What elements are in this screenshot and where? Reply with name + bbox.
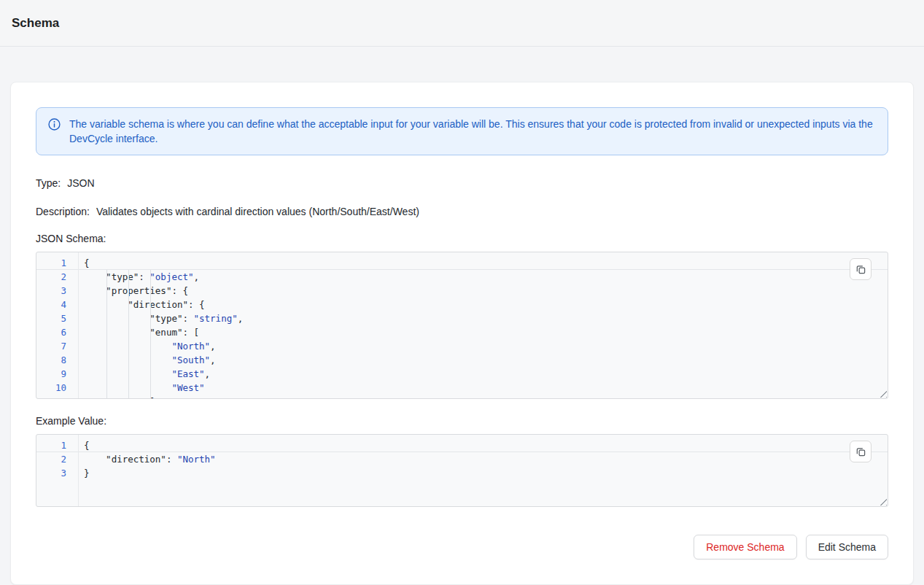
line-number: 7 xyxy=(36,339,78,353)
line-number: 10 xyxy=(36,381,78,395)
copy-button[interactable] xyxy=(850,441,871,462)
code-line: 9 "East", xyxy=(36,367,888,381)
code-line: 2 "type": "object", xyxy=(36,270,888,284)
line-number: 3 xyxy=(36,466,78,480)
copy-icon xyxy=(855,264,866,275)
line-number: 8 xyxy=(36,353,78,367)
line-number: 1 xyxy=(36,256,78,269)
copy-button[interactable] xyxy=(850,258,871,280)
line-number: 11 xyxy=(36,395,78,399)
info-circle-icon xyxy=(48,118,61,131)
line-number: 3 xyxy=(36,284,78,298)
description-value: Validates objects with cardinal directio… xyxy=(96,206,419,217)
code-line: 1{ xyxy=(36,256,888,270)
code-line: 5 "type": "string", xyxy=(36,311,888,325)
code-line: 4 "direction": { xyxy=(36,298,888,311)
line-number: 5 xyxy=(36,311,78,325)
copy-icon xyxy=(855,446,866,457)
page-header: Schema xyxy=(0,0,924,47)
code-line: 7 "North", xyxy=(36,339,888,353)
schema-card: The variable schema is where you can def… xyxy=(10,82,914,585)
action-buttons: Remove Schema Edit Schema xyxy=(36,535,888,559)
line-number: 9 xyxy=(36,367,78,381)
line-number: 6 xyxy=(36,325,78,339)
description-field: Description:Validates objects with cardi… xyxy=(36,204,888,219)
resize-handle[interactable] xyxy=(877,496,887,505)
code-lines: 1{2 "type": "object",3 "properties": {4 … xyxy=(36,252,888,399)
description-label: Description: xyxy=(36,206,90,217)
json-schema-editor[interactable]: 1{2 "type": "object",3 "properties": {4 … xyxy=(36,252,888,399)
line-number: 4 xyxy=(36,298,78,311)
code-line: 11 ] xyxy=(36,395,888,399)
remove-schema-button[interactable]: Remove Schema xyxy=(694,535,796,559)
line-number: 1 xyxy=(36,438,78,452)
code-line: 10 "West" xyxy=(36,381,888,395)
example-value-editor[interactable]: 1{2 "direction": "North"3} xyxy=(36,434,888,507)
code-line: 8 "South", xyxy=(36,353,888,367)
line-number: 2 xyxy=(36,452,78,466)
alert-text: The variable schema is where you can def… xyxy=(69,117,876,146)
page-title: Schema xyxy=(12,16,59,31)
example-value-label: Example Value: xyxy=(36,415,888,427)
code-line: 6 "enum": [ xyxy=(36,325,888,339)
type-label: Type: xyxy=(36,177,61,189)
edit-schema-button[interactable]: Edit Schema xyxy=(806,535,888,559)
gutter-divider xyxy=(78,435,79,506)
code-line: 3} xyxy=(36,466,888,480)
code-line: 2 "direction": "North" xyxy=(36,452,888,466)
gutter-divider xyxy=(78,252,79,398)
line-number: 2 xyxy=(36,270,78,284)
code-line: 1{ xyxy=(36,438,888,452)
json-schema-label: JSON Schema: xyxy=(36,233,888,244)
type-value: JSON xyxy=(67,177,94,189)
code-line: 3 "properties": { xyxy=(36,284,888,298)
info-alert: The variable schema is where you can def… xyxy=(36,107,888,155)
type-field: Type:JSON xyxy=(36,176,888,190)
code-lines: 1{2 "direction": "North"3} xyxy=(36,435,888,480)
